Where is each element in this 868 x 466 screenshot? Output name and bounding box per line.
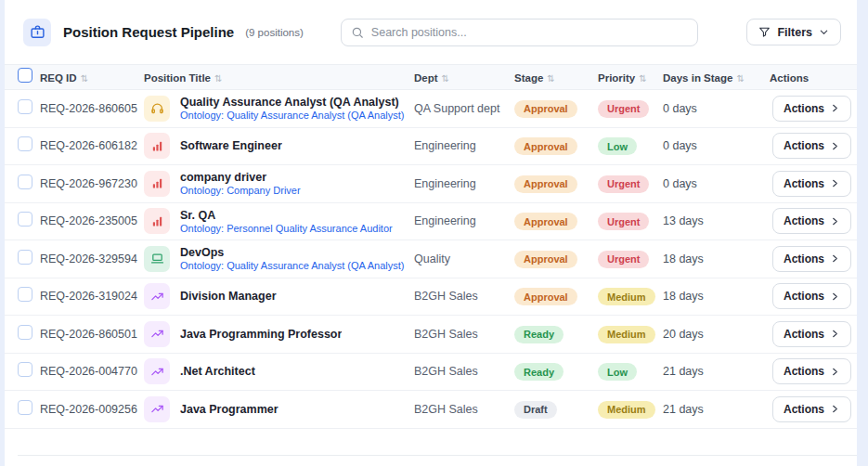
- column-header-dept[interactable]: Dept⇅: [414, 69, 514, 85]
- priority-badge: Urgent: [598, 251, 649, 268]
- sort-icon[interactable]: ⇅: [547, 73, 554, 84]
- positions-count: (9 positions): [245, 27, 304, 38]
- funnel-icon: [758, 26, 771, 38]
- actions-label: Actions: [784, 290, 824, 303]
- column-header-req-id[interactable]: REQ ID⇅: [40, 69, 144, 85]
- search-box[interactable]: [341, 19, 698, 46]
- position-title: Java Programmer: [180, 403, 279, 416]
- row-checkbox[interactable]: [18, 136, 32, 151]
- select-all-checkbox[interactable]: [18, 68, 32, 83]
- ontology-link[interactable]: Ontology: Quality Assurance Analyst (QA …: [180, 110, 405, 121]
- chevron-right-icon: [830, 367, 840, 377]
- actions-label: Actions: [784, 328, 824, 341]
- row-checkbox[interactable]: [18, 287, 32, 302]
- req-id: REQ-2026-606182: [40, 139, 144, 152]
- priority-badge: Medium: [598, 401, 655, 419]
- table-row: REQ-2026-329594 DevOps Ontology: Quality…: [5, 240, 857, 278]
- ontology-link[interactable]: Ontology: Company Driver: [180, 185, 301, 196]
- position-title: Sr. QA: [180, 209, 393, 222]
- chevron-right-icon: [830, 404, 840, 414]
- column-header-actions: Actions: [770, 69, 848, 85]
- actions-button[interactable]: Actions: [772, 396, 851, 422]
- req-id: REQ-2026-009256: [40, 403, 144, 416]
- stage-badge: Approval: [514, 288, 577, 305]
- stage-badge: Approval: [514, 100, 577, 118]
- bar-chart-icon: [144, 171, 170, 197]
- dept: B2GH Sales: [414, 290, 514, 303]
- priority-badge: Urgent: [598, 213, 649, 230]
- table-row: REQ-2026-319024 Division Manager B2GH Sa…: [5, 278, 857, 317]
- actions-button[interactable]: Actions: [772, 283, 851, 309]
- table-row: REQ-2026-235005 Sr. QA Ontology: Personn…: [5, 203, 857, 241]
- table-row: REQ-2026-009256 Java Programmer B2GH Sal…: [5, 391, 857, 429]
- table-body: REQ-2026-860605 Quality Assurance Analys…: [5, 90, 857, 429]
- stage-badge: Ready: [514, 363, 564, 381]
- req-id: REQ-2026-860501: [40, 328, 144, 341]
- column-header-days-in-stage[interactable]: Days in Stage⇅: [663, 69, 770, 85]
- actions-label: Actions: [784, 214, 824, 227]
- search-icon: [351, 26, 364, 39]
- sort-icon[interactable]: ⇅: [214, 73, 222, 84]
- actions-button[interactable]: Actions: [772, 208, 851, 234]
- sort-icon[interactable]: ⇅: [639, 73, 646, 84]
- actions-button[interactable]: Actions: [772, 321, 851, 347]
- actions-label: Actions: [784, 102, 824, 115]
- table-row: REQ-2026-606182 Software Engineer Engine…: [5, 128, 857, 166]
- actions-button[interactable]: Actions: [772, 133, 851, 159]
- column-header-stage[interactable]: Stage⇅: [514, 69, 598, 85]
- table-row: REQ-2026-004770 .Net Architect B2GH Sale…: [5, 354, 857, 392]
- page-title: Position Request Pipeline: [63, 24, 234, 40]
- sort-icon[interactable]: ⇅: [81, 73, 88, 84]
- position-title: company driver: [180, 171, 301, 184]
- days-in-stage: 21 days: [663, 365, 770, 378]
- position-title: .Net Architect: [180, 365, 255, 378]
- actions-button[interactable]: Actions: [772, 246, 851, 272]
- days-in-stage: 13 days: [663, 214, 770, 227]
- row-checkbox[interactable]: [18, 362, 32, 377]
- trending-up-icon: [144, 396, 170, 422]
- req-id: REQ-2026-235005: [40, 214, 144, 227]
- actions-button[interactable]: Actions: [772, 358, 851, 384]
- chevron-right-icon: [830, 253, 840, 264]
- briefcase-icon: [23, 19, 51, 46]
- days-in-stage: 18 days: [663, 290, 770, 303]
- position-title: Quality Assurance Analyst (QA Analyst): [180, 96, 405, 109]
- actions-label: Actions: [784, 403, 824, 416]
- column-header-position-title[interactable]: Position Title⇅: [144, 69, 414, 85]
- actions-button[interactable]: Actions: [772, 171, 851, 197]
- priority-badge: Low: [598, 137, 637, 155]
- dept: Quality: [414, 252, 514, 265]
- filters-button[interactable]: Filters: [746, 19, 841, 45]
- stage-badge: Draft: [514, 401, 557, 419]
- select-all-cell: [14, 68, 40, 86]
- search-input[interactable]: [371, 26, 688, 39]
- sort-icon[interactable]: ⇅: [442, 73, 449, 84]
- position-title: DevOps: [180, 246, 405, 259]
- actions-label: Actions: [784, 177, 824, 190]
- actions-label: Actions: [784, 252, 824, 265]
- row-checkbox[interactable]: [18, 325, 32, 340]
- chevron-down-icon: [819, 27, 829, 37]
- column-header-priority[interactable]: Priority⇅: [598, 69, 663, 85]
- row-checkbox[interactable]: [18, 250, 32, 265]
- row-checkbox[interactable]: [18, 212, 32, 227]
- chevron-right-icon: [830, 178, 840, 188]
- row-checkbox[interactable]: [18, 400, 32, 415]
- chevron-right-icon: [830, 141, 840, 151]
- trending-up-icon: [144, 358, 170, 384]
- row-checkbox[interactable]: [18, 175, 32, 189]
- sort-icon[interactable]: ⇅: [736, 73, 744, 84]
- dept: Engineering: [414, 177, 514, 190]
- days-in-stage: 18 days: [663, 252, 770, 265]
- days-in-stage: 0 days: [663, 177, 770, 190]
- ontology-link[interactable]: Ontology: Personnel Quality Assurance Au…: [180, 223, 393, 234]
- row-checkbox[interactable]: [18, 99, 32, 114]
- table-bottom-divider: [18, 455, 857, 456]
- trending-up-icon: [144, 283, 170, 309]
- position-title: Software Engineer: [180, 139, 282, 152]
- actions-button[interactable]: Actions: [772, 96, 851, 122]
- priority-badge: Low: [598, 363, 637, 381]
- actions-label: Actions: [784, 365, 824, 378]
- ontology-link[interactable]: Ontology: Quality Assurance Analyst (QA …: [180, 260, 405, 271]
- table-row: REQ-2026-860501 Java Programming Profess…: [5, 316, 857, 354]
